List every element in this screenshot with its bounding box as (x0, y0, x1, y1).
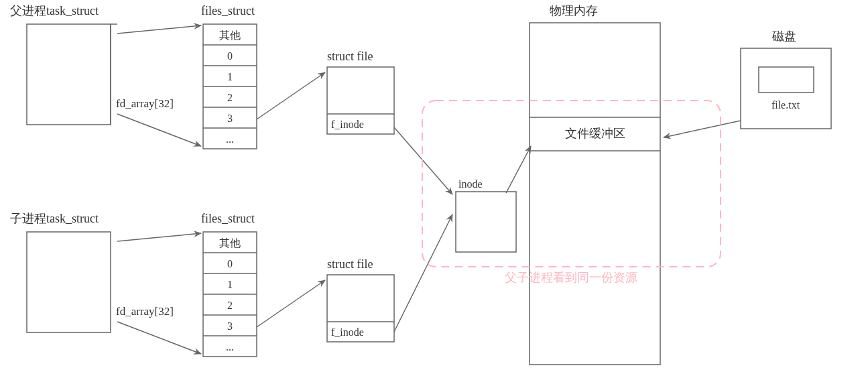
parent-row-2: 2 (227, 92, 233, 103)
parent-row-3: 3 (227, 113, 233, 124)
child-task-struct-title: 子进程task_struct (10, 212, 99, 225)
child-row-1: 1 (227, 279, 233, 290)
child-to-files-arrow-2 (117, 322, 201, 354)
disk-title: 磁盘 (771, 29, 796, 43)
parent-files-struct-label: files_struct (201, 4, 255, 17)
parent-row-dots: ... (226, 133, 234, 145)
parent-finode-to-inode-arrow (394, 127, 452, 194)
parent-row-1: 1 (227, 71, 233, 82)
child-struct-file-label: struct file (327, 257, 373, 271)
inode-to-buffer-arrow (506, 146, 531, 193)
parent-to-files-arrow-1 (117, 25, 201, 34)
disk-to-buffer-arrow (664, 121, 741, 137)
disk-file-box (759, 67, 814, 92)
file-buffer-label: 文件缓冲区 (565, 127, 625, 140)
parent-fd3-to-file-arrow (257, 72, 325, 119)
child-fd-table: 其他 0 1 2 3 ... (203, 232, 257, 357)
child-finode-to-inode-arrow (394, 214, 452, 332)
child-to-files-arrow-1 (117, 233, 201, 241)
parent-task-struct-title: 父进程task_struct (10, 4, 99, 17)
child-row-2: 2 (227, 300, 233, 311)
physical-memory-title: 物理内存 (550, 4, 598, 17)
disk-box (741, 48, 831, 129)
parent-struct-file-label: struct file (327, 50, 373, 63)
child-row-dots: ... (226, 341, 234, 353)
parent-f-inode-label: f_inode (331, 119, 364, 130)
parent-to-files-arrow-2 (117, 114, 201, 146)
child-f-inode-label: f_inode (331, 326, 364, 338)
parent-task-struct-box (27, 24, 111, 125)
child-fd3-to-file-arrow (257, 280, 325, 327)
child-task-struct-box (27, 232, 111, 332)
child-row-3: 3 (227, 320, 233, 332)
child-row-0: 0 (227, 258, 233, 269)
child-row-other: 其他 (219, 237, 241, 249)
parent-row-0: 0 (227, 50, 233, 62)
child-files-struct-label: files_struct (201, 212, 255, 225)
physical-memory-box (530, 23, 660, 365)
parent-row-other: 其他 (219, 29, 241, 41)
disk-filename: file.txt (771, 99, 800, 111)
parent-fd-table: 其他 0 1 2 3 ... (203, 24, 257, 149)
child-fd-array-label: fd_array[32] (116, 305, 174, 318)
parent-fd-array-label: fd_array[32] (116, 97, 174, 110)
inode-box (456, 192, 516, 252)
inode-label: inode (458, 178, 483, 190)
shared-resource-annotation: 父子进程看到同一份资源 (505, 271, 637, 284)
